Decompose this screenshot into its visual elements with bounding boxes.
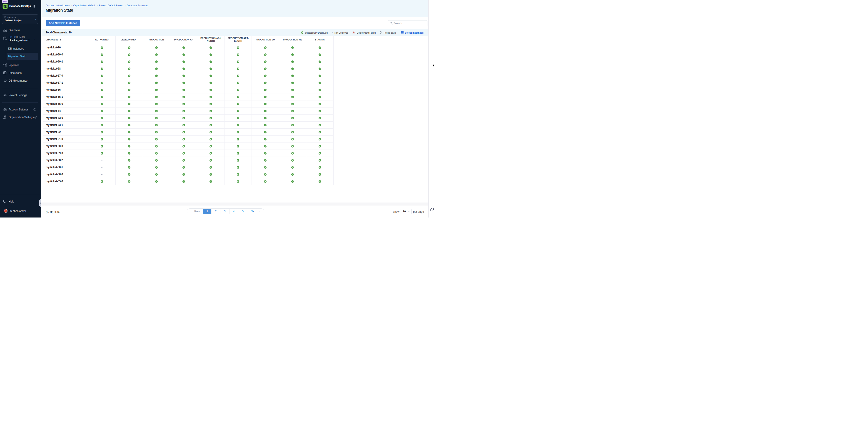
svg-text:?: ? <box>4 200 5 202</box>
